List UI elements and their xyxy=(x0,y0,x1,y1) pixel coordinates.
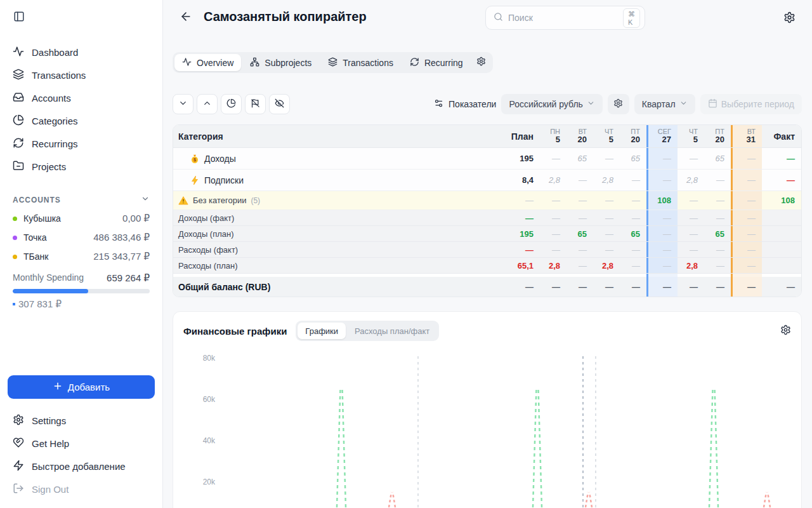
tabbar-settings-button[interactable] xyxy=(472,54,491,71)
sidebar-item-label: Get Help xyxy=(32,438,69,449)
svg-text:20k: 20k xyxy=(203,478,216,486)
tab-label: Overview xyxy=(197,58,233,68)
fact-value xyxy=(762,210,801,225)
sidebar-nav: Dashboard Transactions Accounts Categori… xyxy=(0,41,162,178)
date-range-placeholder: Выберите период xyxy=(721,99,794,109)
expand-all-button[interactable] xyxy=(197,94,218,114)
spending-secondary-amount: 307 831 ₽ xyxy=(18,298,62,310)
sidebar-item-transactions[interactable]: Transactions xyxy=(8,64,155,86)
col-header-day: ПТ20 xyxy=(620,125,646,147)
sidebar-toggle-button[interactable] xyxy=(10,9,28,27)
tab-expenses-plan-fact[interactable]: Расходы план/факт xyxy=(347,323,437,339)
account-balance: 486 383,46 ₽ xyxy=(93,232,150,243)
table-header-row: Категория План ПН5 ВТ20 ЧТ5 ПТ20 СЕГ27 Ч… xyxy=(173,125,801,148)
sidebar-item-get-help[interactable]: Get Help xyxy=(8,432,155,455)
arrow-left-icon xyxy=(180,10,192,25)
tab-overview[interactable]: Overview xyxy=(174,54,241,71)
sidebar-item-label: Categories xyxy=(32,116,78,126)
svg-text:60k: 60k xyxy=(203,395,216,404)
tab-charts[interactable]: Графики xyxy=(298,323,346,339)
financial-charts-panel: Финансовые графики Графики Расходы план/… xyxy=(173,311,802,508)
tab-transactions[interactable]: Transactions xyxy=(320,54,401,71)
sliders-icon xyxy=(434,98,443,110)
spending-progress-bar xyxy=(13,289,150,293)
charts-title: Финансовые графики xyxy=(183,326,287,337)
gear-icon xyxy=(13,414,24,427)
table-row-uncategorized[interactable]: Без категории (5) — — — — — 108 — — — 10… xyxy=(173,191,801,210)
zap-icon xyxy=(190,175,200,185)
back-button[interactable] xyxy=(178,10,193,25)
account-name: ТБанк xyxy=(23,251,48,262)
network-icon xyxy=(250,57,259,69)
search-box[interactable]: ⌘ K xyxy=(485,6,645,30)
main-content: Самозанятый копирайтер ⌘ K Overview Subp… xyxy=(163,0,812,508)
sidebar-item-accounts[interactable]: Accounts xyxy=(8,86,155,109)
sidebar-item-settings[interactable]: Settings xyxy=(8,409,155,432)
hide-button[interactable] xyxy=(269,94,290,114)
account-row-tochka[interactable]: Точка 486 383,46 ₽ xyxy=(0,228,162,247)
charts-settings-button[interactable] xyxy=(780,324,791,338)
log-out-icon xyxy=(13,483,24,496)
sidebar-item-label: Sign Out xyxy=(32,484,69,495)
folder-icon xyxy=(13,160,24,173)
chevron-down-icon xyxy=(679,99,688,109)
row-label: Расходы (план) xyxy=(173,258,499,273)
layers-icon xyxy=(328,57,337,69)
sidebar-item-label: Dashboard xyxy=(32,47,78,58)
sidebar: Dashboard Transactions Accounts Categori… xyxy=(0,0,163,508)
categories-view-button[interactable] xyxy=(221,94,242,114)
flag-off-button[interactable] xyxy=(245,94,266,114)
period-select[interactable]: Квартал xyxy=(634,94,695,114)
account-dot xyxy=(13,236,17,240)
sidebar-item-label: Recurrings xyxy=(32,138,78,149)
charts-tab-group: Графики Расходы план/факт xyxy=(296,321,439,341)
table-row-income-category[interactable]: $ Доходы 195 — 65 — 65 — — 65 — — xyxy=(173,148,801,170)
gear-icon xyxy=(783,15,796,25)
chevron-down-icon xyxy=(587,99,595,109)
sidebar-item-categories[interactable]: Categories xyxy=(8,109,155,132)
zap-icon xyxy=(13,460,24,473)
sidebar-item-label: Projects xyxy=(32,161,66,172)
search-input[interactable] xyxy=(508,13,623,23)
header-settings-button[interactable] xyxy=(783,11,796,26)
collapse-all-button[interactable] xyxy=(173,94,193,114)
layers-icon xyxy=(13,69,24,82)
pie-chart-icon xyxy=(13,114,24,128)
account-row-kubyshka[interactable]: Кубышка 0,00 ₽ xyxy=(0,209,162,228)
metrics-button[interactable]: Показатели xyxy=(434,98,496,110)
col-header-day: ПН5 xyxy=(540,125,566,147)
accounts-section-header[interactable]: ACCOUNTS xyxy=(13,194,150,205)
period-settings-button[interactable] xyxy=(608,94,629,114)
search-shortcut-badge: ⌘ K xyxy=(623,8,640,28)
sidebar-item-sign-out[interactable]: Sign Out xyxy=(8,478,155,500)
tab-subprojects[interactable]: Subprojects xyxy=(242,54,319,71)
add-button[interactable]: Добавить xyxy=(8,375,155,399)
uncategorized-count: (5) xyxy=(251,196,260,205)
sidebar-item-quick-add[interactable]: Быстрое добавление xyxy=(8,455,155,478)
plan-value: — xyxy=(499,191,540,210)
currency-select[interactable]: Российский рубль xyxy=(501,94,602,114)
fact-value: — xyxy=(762,148,801,169)
table-row-expense-plan: Расходы (план) 65,1 2,8 — 2,8 — — 2,8 — … xyxy=(173,258,801,274)
account-row-tbank[interactable]: ТБанк 215 343,77 ₽ xyxy=(0,247,162,266)
svg-text:40k: 40k xyxy=(203,436,216,445)
col-header-plan: План xyxy=(499,125,540,147)
plan-value: — xyxy=(499,210,540,225)
row-label: Расходы (факт) xyxy=(173,242,499,257)
table-row-subscriptions-category[interactable]: Подписки 8,4 2,8 — 2,8 — — 2,8 — — — xyxy=(173,170,801,191)
col-header-day: ВТ20 xyxy=(566,125,593,147)
category-label: Доходы xyxy=(204,154,236,164)
table-row-expense-fact: Расходы (факт) — — — — — — — — — xyxy=(173,242,801,258)
col-header-fact: Факт xyxy=(762,125,801,147)
sidebar-item-recurrings[interactable]: Recurrings xyxy=(8,132,155,155)
account-balance: 215 343,77 ₽ xyxy=(93,251,150,262)
calendar-icon xyxy=(708,98,717,110)
chevron-down-icon xyxy=(141,194,150,205)
date-range-picker[interactable]: Выберите период xyxy=(700,94,802,114)
fact-value xyxy=(762,242,801,257)
sidebar-item-projects[interactable]: Projects xyxy=(8,155,155,178)
sidebar-item-dashboard[interactable]: Dashboard xyxy=(8,41,155,64)
tab-recurring[interactable]: Recurring xyxy=(402,54,471,71)
col-header-category: Категория xyxy=(173,125,499,147)
sidebar-item-label: Accounts xyxy=(32,93,71,104)
